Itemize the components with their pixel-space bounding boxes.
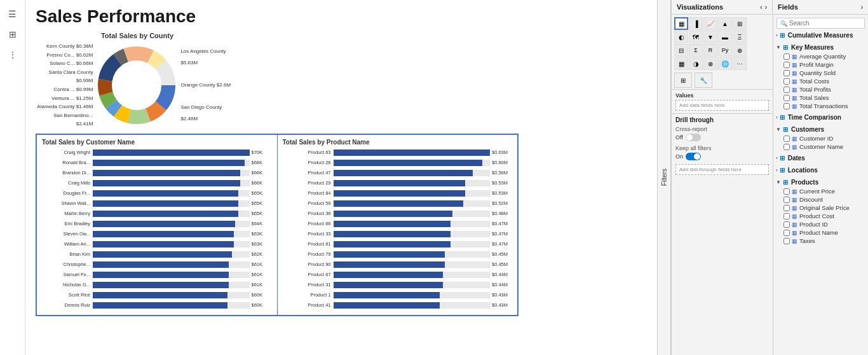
list-item[interactable]: ▦ Product Cost: [776, 212, 865, 220]
fields-collapse[interactable]: ›: [861, 4, 863, 11]
donut-chart-container: Total Sales by County Kern County $0.38M…: [36, 32, 239, 129]
group-label: Products: [791, 179, 818, 186]
bar-fill: [334, 150, 491, 156]
viz-icon-dots[interactable]: ⋯: [733, 57, 747, 70]
product-bar-scroll[interactable]: Product 63 $0.63M Product 28 $0.60M Prod…: [283, 148, 513, 311]
field-checkbox[interactable]: [783, 136, 790, 142]
viz-icon-map[interactable]: 🗺: [689, 31, 703, 43]
field-checkbox[interactable]: [783, 197, 790, 203]
list-item[interactable]: ▦ Total Costs: [776, 77, 865, 85]
viz-icon-line[interactable]: 📈: [703, 17, 717, 30]
viz-icon-r[interactable]: R: [703, 44, 717, 57]
viz-icon-table2[interactable]: Σ: [689, 44, 703, 57]
bar-fill: [334, 190, 465, 197]
list-item[interactable]: ▦ Current Price: [776, 187, 865, 195]
viz-icon-table[interactable]: ▦: [674, 17, 688, 30]
viz-icon-globe[interactable]: 🌐: [718, 57, 732, 70]
list-item[interactable]: ▦ Customer Name: [776, 143, 865, 151]
cross-report-toggle-pill[interactable]: [686, 134, 701, 141]
viz-icon-decomp[interactable]: ⊗: [703, 57, 717, 70]
list-item[interactable]: ▦ Quantity Sold: [776, 69, 865, 77]
table-row: Product 66 $0.47M: [283, 219, 513, 228]
fields-group-header[interactable]: › ⊞ Dates: [776, 153, 865, 163]
table-row: Shawn Wali... $65K: [42, 199, 272, 208]
fields-search-box[interactable]: 🔍: [776, 18, 865, 29]
fields-group-header[interactable]: › ⊞ Time Comparison: [776, 113, 865, 122]
bar-value: $65K: [252, 190, 272, 196]
viz-nav-right[interactable]: ›: [765, 4, 767, 11]
table-icon: ⊞: [783, 44, 788, 51]
bar-value: $0.43M: [492, 302, 512, 308]
list-item[interactable]: ▦ Product Name: [776, 228, 865, 237]
list-item[interactable]: ▦ Taxes: [776, 237, 865, 245]
field-icon: ▦: [792, 205, 797, 211]
viz-icon-python[interactable]: Py: [718, 44, 732, 57]
field-checkbox[interactable]: [783, 62, 790, 68]
viz-icon-slicer[interactable]: ⊟: [674, 44, 688, 57]
field-checkbox[interactable]: [783, 144, 790, 150]
field-checkbox[interactable]: [783, 70, 790, 76]
bar-value: $61K: [252, 272, 272, 277]
bar-value: $0.53M: [492, 180, 512, 186]
fields-group-header[interactable]: ▼ ⊞ Products: [776, 178, 865, 187]
field-checkbox[interactable]: [783, 78, 790, 85]
report-icon[interactable]: ⊞: [4, 25, 22, 43]
viz-icon-treemap[interactable]: ▦: [674, 57, 688, 70]
viz-icon-scatter[interactable]: ⊞: [733, 17, 747, 30]
keep-filters-toggle-pill[interactable]: [686, 153, 701, 160]
field-checkbox[interactable]: [783, 213, 790, 219]
viz-header: Visualizations ‹ ›: [672, 0, 773, 14]
customer-bar-scroll[interactable]: Craig Wright $70K Ronald Bra... $68K Bra…: [42, 148, 272, 311]
list-item[interactable]: ▦ Customer ID: [776, 134, 865, 143]
add-drill-through-box[interactable]: Add drill-through fields here: [675, 164, 769, 175]
field-checkbox[interactable]: [783, 53, 790, 60]
viz-icon-gauge[interactable]: ◑: [689, 57, 703, 70]
list-item[interactable]: ▦ Total Sales: [776, 94, 865, 102]
fields-group-header[interactable]: ▼ ⊞ Customers: [776, 125, 865, 134]
bar-track: [334, 292, 491, 298]
list-item[interactable]: ▦ Discount: [776, 195, 865, 204]
field-checkbox[interactable]: [783, 95, 790, 101]
list-item[interactable]: ▦ Total Transactions: [776, 102, 865, 110]
main-canvas: Sales Performance Total Sales by County …: [25, 0, 657, 355]
keep-filters-toggle: On: [675, 153, 769, 160]
bar-fill: [93, 302, 227, 309]
viz-icon-more[interactable]: ⊕: [733, 44, 747, 57]
list-item[interactable]: ▦ Original Sale Price: [776, 204, 865, 212]
viz-icon-funnel[interactable]: ▼: [703, 31, 717, 43]
fields-group-header[interactable]: ▼ ⊞ Key Measures: [776, 43, 865, 52]
list-item[interactable]: ▦ Profit Margin: [776, 60, 865, 69]
fields-group-header[interactable]: › ⊞ Cumulative Measures: [776, 31, 865, 40]
viz-format-icon[interactable]: ⊞: [674, 73, 692, 88]
field-checkbox[interactable]: [783, 188, 790, 195]
fields-body: 🔍 › ⊞ Cumulative Measures ▼ ⊞ Key Measur…: [773, 15, 868, 355]
field-checkbox[interactable]: [783, 87, 790, 93]
field-checkbox[interactable]: [783, 230, 790, 236]
add-data-fields-box[interactable]: Add data fields here: [675, 100, 769, 111]
list-item[interactable]: ▦ Average Quantity: [776, 52, 865, 60]
field-checkbox[interactable]: [783, 238, 790, 244]
list-item[interactable]: ▦ Product ID: [776, 220, 865, 228]
field-checkbox[interactable]: [783, 221, 790, 228]
table-row: Dennis Ruiz $60K: [42, 301, 272, 310]
table-row: Product 31 $0.44M: [283, 281, 513, 289]
viz-analytics-icon[interactable]: 🔧: [695, 73, 712, 88]
bookmark-icon[interactable]: ⋮: [4, 46, 22, 64]
field-checkbox[interactable]: [783, 205, 790, 211]
viz-icon-row-3: ⊟ Σ R Py ⊕: [674, 44, 770, 57]
viz-icon-card[interactable]: ▬: [718, 31, 732, 43]
viz-icon-kpi[interactable]: Ξ: [733, 31, 747, 43]
list-item[interactable]: ▦ Total Profits: [776, 85, 865, 94]
viz-icon-pie[interactable]: ◐: [674, 31, 688, 43]
viz-icon-bar[interactable]: ▐: [689, 17, 703, 30]
filters-strip[interactable]: Filters: [657, 0, 671, 355]
viz-nav-left[interactable]: ‹: [760, 4, 762, 11]
field-checkbox[interactable]: [783, 103, 790, 109]
fields-search-input[interactable]: [789, 20, 861, 27]
table-icon: ⊞: [783, 126, 788, 133]
menu-icon[interactable]: ☰: [4, 5, 22, 23]
viz-icon-area[interactable]: ▲: [718, 17, 732, 30]
table-row: Scott Rice $60K: [42, 291, 272, 300]
bar-label: Brian Kim: [42, 251, 93, 257]
fields-group-header[interactable]: › ⊞ Locations: [776, 165, 865, 175]
